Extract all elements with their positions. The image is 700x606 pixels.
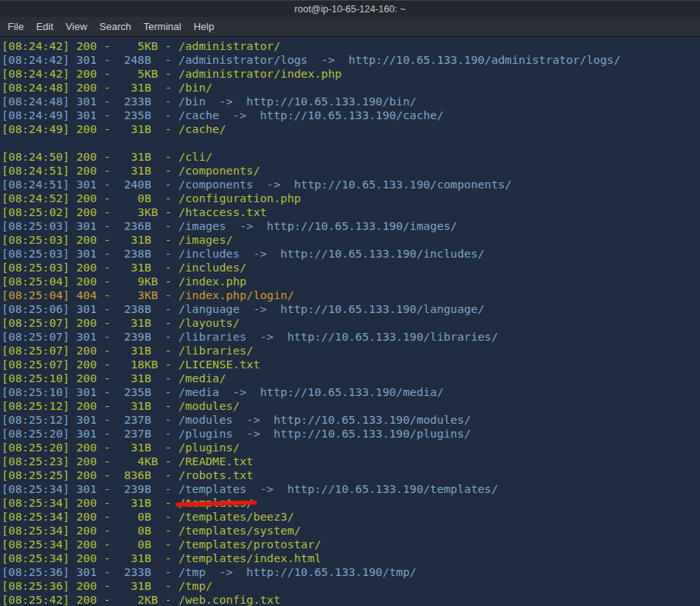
menu-item-search[interactable]: Search <box>99 21 131 32</box>
terminal-line: [08:25:07] 301 - 239B - /libraries -> ht… <box>2 330 700 344</box>
window-titlebar[interactable]: root@ip-10-65-124-160: ~ <box>0 0 700 17</box>
terminal-line: [08:25:03] 200 - 31B - /includes/ <box>2 261 700 275</box>
terminal-line: [08:25:03] 301 - 236B - /images -> http:… <box>2 219 700 233</box>
menubar: FileEditViewSearchTerminalHelp <box>0 17 700 37</box>
terminal-line: [08:25:36] 301 - 233B - /tmp -> http://1… <box>2 565 700 579</box>
terminal-line: [08:25:20] 200 - 31B - /plugins/ <box>2 441 700 454</box>
terminal-line: [08:24:48] 301 - 233B - /bin -> http://1… <box>2 95 700 108</box>
terminal-line: [08:25:34] 200 - 31B - /templates/index.… <box>2 551 700 565</box>
terminal-content[interactable]: [08:24:42] 200 - 5KB - /administrator/[0… <box>0 37 700 606</box>
terminal-line: [08:24:51] 200 - 31B - /components/ <box>2 164 700 178</box>
terminal-line: [08:25:36] 200 - 31B - /tmp/ <box>2 579 700 593</box>
terminal-line: [08:25:10] 301 - 235B - /media -> http:/… <box>2 385 700 399</box>
terminal-line: [08:25:34] 301 - 239B - /templates -> ht… <box>2 482 700 496</box>
terminal-line: [08:25:02] 200 - 3KB - /htaccess.txt <box>2 205 700 219</box>
terminal-line: [08:25:04] 200 - 9KB - /index.php <box>2 275 700 288</box>
menu-item-terminal[interactable]: Terminal <box>144 21 182 32</box>
terminal-line: [08:25:12] 301 - 237B - /modules -> http… <box>2 413 700 427</box>
terminal-line: [08:25:34] 200 - 31B - /templates/ <box>2 496 700 510</box>
terminal-line: [08:25:03] 200 - 31B - /images/ <box>2 233 700 247</box>
terminal-line: [08:24:42] 200 - 5KB - /administrator/in… <box>2 67 700 81</box>
terminal-line: [08:25:04] 404 - 3KB - /index.php/login/ <box>2 288 700 302</box>
terminal-line: [08:25:25] 200 - 836B - /robots.txt <box>2 468 700 482</box>
terminal-line: [08:24:50] 200 - 31B - /cli/ <box>2 150 700 164</box>
terminal-line: [08:24:48] 200 - 31B - /bin/ <box>2 81 700 95</box>
terminal-line: [08:25:06] 301 - 238B - /language -> htt… <box>2 302 700 316</box>
menu-item-file[interactable]: File <box>8 21 24 32</box>
terminal-line: [08:25:42] 200 - 2KB - /web.config.txt <box>2 593 700 606</box>
terminal-output: [08:24:42] 200 - 5KB - /administrator/[0… <box>2 39 700 606</box>
terminal-line: [08:25:34] 200 - 0B - /templates/system/ <box>2 524 700 538</box>
terminal-line: [08:25:10] 200 - 31B - /media/ <box>2 371 700 385</box>
terminal-line: [08:25:07] 200 - 31B - /libraries/ <box>2 344 700 358</box>
terminal-line: [08:24:49] 301 - 235B - /cache -> http:/… <box>2 108 700 122</box>
menu-item-view[interactable]: View <box>65 21 87 32</box>
terminal-line: [08:25:12] 200 - 31B - /modules/ <box>2 399 700 413</box>
terminal-window: root@ip-10-65-124-160: ~ FileEditViewSea… <box>0 0 700 606</box>
terminal-line: [08:25:07] 200 - 18KB - /LICENSE.txt <box>2 358 700 371</box>
terminal-line: [08:25:07] 200 - 31B - /layouts/ <box>2 316 700 330</box>
window-title: root@ip-10-65-124-160: ~ <box>295 4 405 15</box>
terminal-line: [08:24:51] 301 - 240B - /components -> h… <box>2 178 700 191</box>
terminal-line: [08:25:03] 301 - 238B - /includes -> htt… <box>2 247 700 261</box>
terminal-line: [08:24:49] 200 - 31B - /cache/ <box>2 122 700 136</box>
menu-item-help[interactable]: Help <box>194 21 215 32</box>
menu-item-edit[interactable]: Edit <box>36 21 53 32</box>
terminal-line: [08:25:20] 301 - 237B - /plugins -> http… <box>2 427 700 441</box>
terminal-line <box>2 136 700 150</box>
terminal-line: [08:25:34] 200 - 0B - /templates/beez3/ <box>2 510 700 524</box>
terminal-line: [08:25:23] 200 - 4KB - /README.txt <box>2 454 700 468</box>
terminal-line: [08:24:42] 200 - 5KB - /administrator/ <box>2 39 700 53</box>
terminal-line: [08:24:42] 301 - 248B - /administrator/l… <box>2 53 700 67</box>
terminal-line: [08:25:34] 200 - 0B - /templates/protost… <box>2 538 700 551</box>
terminal-line: [08:24:52] 200 - 0B - /configuration.php <box>2 191 700 205</box>
